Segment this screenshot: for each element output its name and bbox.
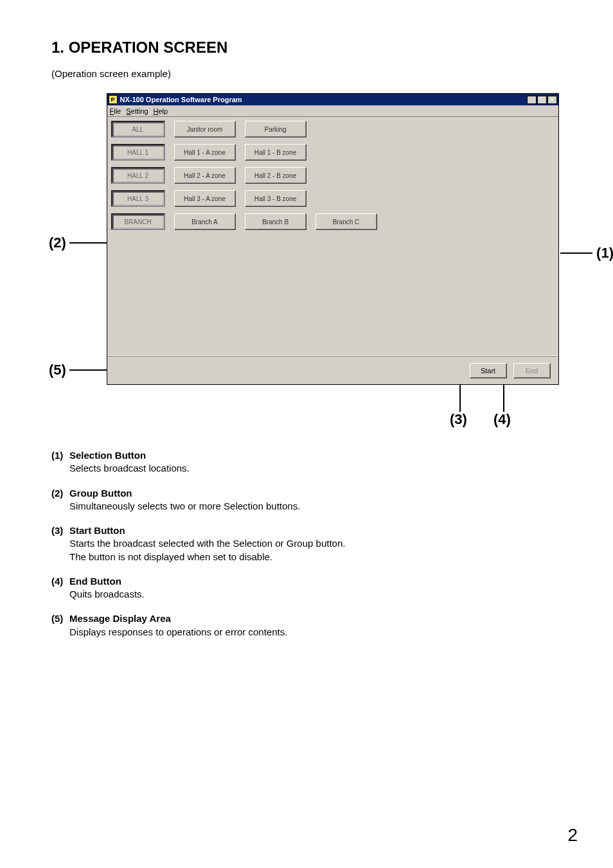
description-title: End Button [69, 575, 562, 588]
minimize-icon[interactable]: _ [527, 96, 537, 104]
group-button[interactable]: ALL [111, 121, 165, 137]
description-number: (5) [51, 612, 69, 639]
maximize-icon[interactable]: □ [537, 96, 547, 104]
description-item: (3)Start ButtonStarts the broadcast sele… [51, 524, 562, 563]
description-title: Group Button [69, 487, 562, 500]
selection-button[interactable]: Branch A [174, 213, 236, 230]
selection-button[interactable]: Hall 3 - A zone [174, 190, 236, 207]
callout-5-line [69, 369, 108, 371]
description-number: (2) [51, 487, 69, 513]
description-number: (4) [51, 575, 69, 601]
description-body: Selection ButtonSelects broadcast locati… [69, 449, 562, 475]
group-button[interactable]: BRANCH [111, 213, 165, 230]
page-number: 2 [567, 825, 578, 846]
callout-1-line [560, 252, 592, 254]
menu-help[interactable]: Help [154, 107, 168, 115]
description-text: Displays responses to operations or erro… [69, 626, 562, 639]
description-body: End ButtonQuits broadcasts. [69, 575, 562, 601]
description-title: Message Display Area [69, 612, 562, 625]
screenshot-with-callouts: (1) (2) (5) (3) (4) P NX-100 Operation S… [71, 93, 594, 385]
start-button[interactable]: Start [470, 363, 507, 378]
app-title: NX-100 Operation Software Program [120, 96, 527, 103]
selection-button[interactable]: Hall 2 - A zone [174, 167, 236, 184]
app-window: P NX-100 Operation Software Program _ □ … [107, 93, 559, 385]
menu-setting[interactable]: Setting [126, 107, 148, 115]
description-text: Starts the broadcast selected with the S… [69, 537, 562, 563]
callout-4-label: (4) [493, 411, 511, 428]
selection-button[interactable]: Janitor room [174, 121, 236, 137]
selection-button[interactable]: Branch B [245, 213, 306, 230]
description-item: (1)Selection ButtonSelects broadcast loc… [51, 449, 562, 475]
descriptions-list: (1)Selection ButtonSelects broadcast loc… [51, 449, 562, 639]
selection-button[interactable]: Hall 2 - B zone [245, 167, 306, 184]
selection-button[interactable]: Branch C [315, 213, 377, 230]
group-button[interactable]: HALL 2 [111, 167, 165, 184]
description-text: Quits broadcasts. [69, 588, 562, 601]
description-title: Start Button [69, 524, 562, 537]
section-heading: 1. OPERATION SCREEN [51, 39, 562, 57]
section-caption: (Operation screen example) [51, 68, 562, 79]
menubar: File Setting Help [107, 105, 558, 117]
callout-3-label: (3) [450, 411, 467, 428]
close-icon[interactable]: × [547, 96, 557, 104]
button-row: ALLJanitor roomParking [111, 121, 555, 137]
group-button[interactable]: HALL 1 [111, 144, 165, 161]
app-icon: P [109, 95, 118, 104]
menu-file[interactable]: File [110, 107, 121, 115]
message-display-area: Start End [107, 356, 558, 384]
selection-area: ALLJanitor roomParkingHALL 1Hall 1 - A z… [107, 117, 558, 356]
selection-button[interactable]: Hall 1 - B zone [245, 144, 306, 161]
description-number: (3) [51, 524, 69, 563]
description-body: Start ButtonStarts the broadcast selecte… [69, 524, 562, 563]
description-title: Selection Button [69, 449, 562, 462]
description-number: (1) [51, 449, 69, 475]
selection-button[interactable]: Hall 3 - B zone [245, 190, 306, 207]
button-row: HALL 3Hall 3 - A zoneHall 3 - B zone [111, 190, 555, 207]
button-row: HALL 1Hall 1 - A zoneHall 1 - B zone [111, 144, 555, 161]
description-item: (5)Message Display AreaDisplays response… [51, 612, 562, 639]
description-body: Message Display AreaDisplays responses t… [69, 612, 562, 639]
button-row: HALL 2Hall 2 - A zoneHall 2 - B zone [111, 167, 555, 184]
end-button[interactable]: End [513, 363, 551, 378]
selection-button[interactable]: Parking [245, 121, 306, 137]
button-row: BRANCHBranch ABranch BBranch C [111, 213, 555, 230]
description-text: Selects broadcast locations. [69, 462, 562, 475]
description-item: (2)Group ButtonSimultaneously selects tw… [51, 487, 562, 513]
button-grid: ALLJanitor roomParkingHALL 1Hall 1 - A z… [111, 121, 555, 230]
description-text: Simultaneously selects two or more Selec… [69, 500, 562, 513]
callout-2-line [69, 242, 108, 244]
callout-1-label: (1) [596, 245, 613, 261]
callout-5-label: (5) [49, 362, 66, 378]
description-body: Group ButtonSimultaneously selects two o… [69, 487, 562, 513]
titlebar[interactable]: P NX-100 Operation Software Program _ □ … [107, 94, 558, 105]
callout-2-label: (2) [49, 235, 66, 251]
description-item: (4)End ButtonQuits broadcasts. [51, 575, 562, 601]
selection-button[interactable]: Hall 1 - A zone [174, 144, 236, 161]
group-button[interactable]: HALL 3 [111, 190, 165, 207]
